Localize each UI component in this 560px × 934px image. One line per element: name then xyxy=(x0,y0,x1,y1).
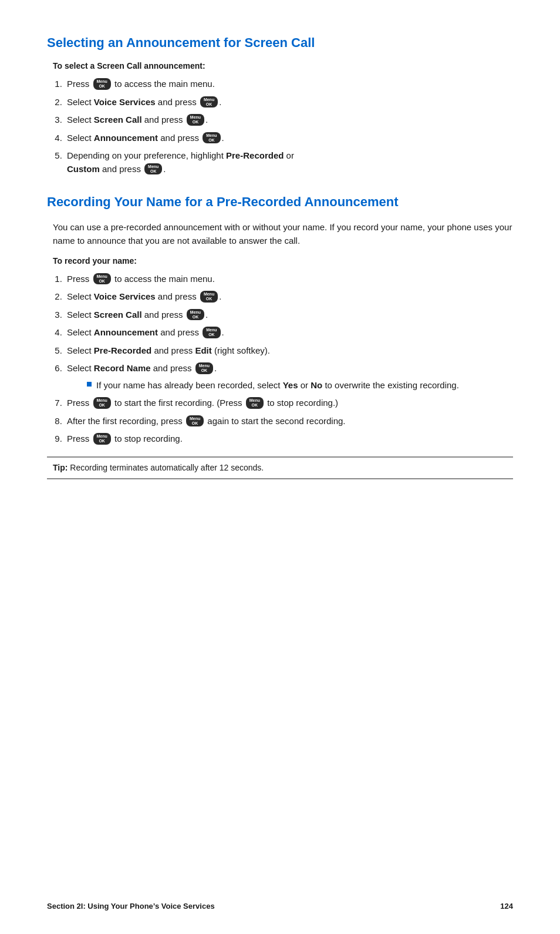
step-1-2: Select Voice Services and press MenuOK. xyxy=(65,96,513,109)
menu-ok-icon-s2-2: MenuOK xyxy=(200,291,218,302)
step-1-5: Depending on your preference, highlight … xyxy=(65,149,513,176)
section-2-title: Recording Your Name for a Pre-Recorded A… xyxy=(47,194,513,210)
screen-call-label-1: Screen Call xyxy=(94,115,142,125)
edit-label: Edit xyxy=(195,345,211,355)
step-2-8: After the first recording, press MenuOK … xyxy=(65,415,513,428)
step-2-9: Press MenuOK to stop recording. xyxy=(65,432,513,446)
pre-recorded-label-1: Pre-Recorded xyxy=(226,150,284,160)
tip-text: Recording terminates automatically after… xyxy=(70,463,264,472)
menu-ok-icon-s2-6: MenuOK xyxy=(195,362,213,374)
custom-label-1: Custom xyxy=(67,164,100,174)
section-1: Selecting an Announcement for Screen Cal… xyxy=(47,35,513,176)
screen-call-label-2: Screen Call xyxy=(94,310,142,320)
section-2-steps: Press MenuOK to access the main menu. Se… xyxy=(65,273,513,446)
page-footer: Section 2I: Using Your Phone’s Voice Ser… xyxy=(0,902,560,911)
step-2-4: Select Announcement and press MenuOK. xyxy=(65,326,513,340)
section-2-intro: To record your name: xyxy=(53,256,513,266)
menu-ok-icon-s2-4: MenuOK xyxy=(203,327,220,338)
step-2-6: Select Record Name and press MenuOK. If … xyxy=(65,362,513,392)
step-1-4: Select Announcement and press MenuOK. xyxy=(65,132,513,145)
step-1-1: Press MenuOK to access the main menu. xyxy=(65,78,513,91)
sub-bullet-1-text: If your name has already been recorded, … xyxy=(96,379,459,392)
no-label: No xyxy=(311,380,322,390)
step-2-7: Press MenuOK to start the first recordin… xyxy=(65,397,513,410)
menu-ok-icon-s2-3: MenuOK xyxy=(187,309,204,320)
voice-services-label-1: Voice Services xyxy=(94,97,156,107)
tip-box: Tip: Recording terminates automatically … xyxy=(47,456,513,480)
menu-ok-icon-s1-3: MenuOK xyxy=(187,114,204,125)
voice-services-label-2: Voice Services xyxy=(94,291,156,301)
announcement-label-1: Announcement xyxy=(94,133,158,143)
menu-ok-icon-s2-9: MenuOK xyxy=(93,433,111,444)
step-2-5: Select Pre-Recorded and press Edit (righ… xyxy=(65,344,513,358)
footer-right: 124 xyxy=(500,902,513,911)
sub-bullet-1: If your name has already been recorded, … xyxy=(85,379,513,392)
menu-ok-icon-s2-7a: MenuOK xyxy=(93,397,111,408)
menu-ok-icon-s1-4: MenuOK xyxy=(203,132,220,143)
sub-bullet-list: If your name has already been recorded, … xyxy=(85,379,513,392)
footer-left: Section 2I: Using Your Phone’s Voice Ser… xyxy=(47,902,215,911)
menu-ok-icon-s1-1: MenuOK xyxy=(93,78,111,89)
menu-ok-icon-s2-1: MenuOK xyxy=(93,273,111,284)
step-1-3: Select Screen Call and press MenuOK. xyxy=(65,113,513,127)
section-1-title: Selecting an Announcement for Screen Cal… xyxy=(47,35,513,51)
menu-ok-icon-s2-7b: MenuOK xyxy=(246,397,264,408)
menu-ok-icon-s1-2: MenuOK xyxy=(200,96,218,107)
section-1-intro: To select a Screen Call announcement: xyxy=(53,61,513,70)
tip-label: Tip: xyxy=(53,463,68,472)
step-2-2: Select Voice Services and press MenuOK. xyxy=(65,290,513,304)
pre-recorded-label-2: Pre-Recorded xyxy=(94,345,151,355)
page-content: Selecting an Announcement for Screen Cal… xyxy=(0,0,560,537)
section-2: Recording Your Name for a Pre-Recorded A… xyxy=(47,194,513,479)
step-2-1: Press MenuOK to access the main menu. xyxy=(65,273,513,286)
record-name-label: Record Name xyxy=(94,363,151,373)
bullet-square-icon xyxy=(87,382,92,387)
menu-ok-icon-s2-8: MenuOK xyxy=(186,415,204,426)
section-2-body: You can use a pre-recorded announcement … xyxy=(53,220,513,248)
menu-ok-icon-s1-5: MenuOK xyxy=(144,163,162,174)
step-2-3: Select Screen Call and press MenuOK. xyxy=(65,308,513,322)
yes-label: Yes xyxy=(283,380,298,390)
announcement-label-2: Announcement xyxy=(94,327,158,337)
section-1-steps: Press MenuOK to access the main menu. Se… xyxy=(65,78,513,176)
